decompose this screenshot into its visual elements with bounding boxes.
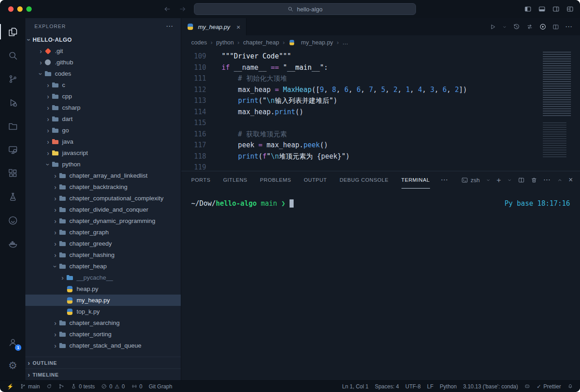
tree-item-chapter-computational-complexity[interactable]: ›chapter_computational_complexity bbox=[25, 193, 181, 204]
status-sync[interactable] bbox=[43, 381, 55, 392]
settings-icon[interactable]: ⚙ bbox=[0, 354, 25, 377]
new-terminal-icon[interactable]: + bbox=[497, 176, 501, 184]
back-icon[interactable] bbox=[163, 5, 171, 13]
maximize-panel-icon[interactable] bbox=[557, 177, 563, 183]
forward-icon[interactable] bbox=[179, 5, 187, 13]
close-panel-icon[interactable]: × bbox=[569, 176, 573, 184]
terminal-more-actions-icon[interactable]: ⋯ bbox=[543, 176, 551, 184]
tab-my-heap-py[interactable]: my_heap.py × bbox=[181, 18, 246, 35]
close-window-button[interactable] bbox=[8, 6, 14, 12]
minimap[interactable] bbox=[543, 49, 576, 171]
tree-item-chapter-heap[interactable]: ›chapter_heap bbox=[25, 261, 181, 272]
tree-item-github[interactable]: ›.github bbox=[25, 57, 181, 68]
panel-tab-ports[interactable]: PORTS bbox=[191, 171, 210, 189]
breadcrumb-item-my-heap-py[interactable]: my_heap.py bbox=[288, 39, 333, 46]
tree-item-c[interactable]: ›c bbox=[25, 79, 181, 91]
tree-item-chapter-array-and-linkedlist[interactable]: ›chapter_array_and_linkedlist bbox=[25, 170, 181, 181]
status-encoding[interactable]: UTF-8 bbox=[402, 381, 424, 392]
project-manager-icon[interactable] bbox=[0, 114, 25, 138]
tree-item-my-heap-py[interactable]: my_heap.py bbox=[25, 295, 181, 306]
search-icon[interactable] bbox=[0, 44, 25, 67]
launch-profile[interactable]: zsh bbox=[461, 177, 479, 184]
tree-item-cpp[interactable]: ›cpp bbox=[25, 91, 181, 102]
customize-layout-icon[interactable] bbox=[566, 5, 574, 13]
extensions-icon[interactable] bbox=[0, 161, 25, 185]
panel-more-tabs-icon[interactable]: ⋯ bbox=[441, 171, 449, 189]
explorer-icon[interactable] bbox=[0, 20, 25, 44]
project-root[interactable]: › HELLO-ALGO bbox=[25, 34, 181, 45]
status-language-mode[interactable]: Python bbox=[437, 381, 460, 392]
minimize-window-button[interactable] bbox=[17, 6, 23, 12]
breadcrumb-item-[interactable]: … bbox=[342, 39, 348, 46]
tree-item-javascript[interactable]: ›javascript bbox=[25, 147, 181, 159]
source-control-icon[interactable] bbox=[0, 67, 25, 91]
status-eol[interactable]: LF bbox=[424, 381, 437, 392]
run-debug-icon[interactable] bbox=[0, 91, 25, 114]
run-python-file-icon[interactable] bbox=[489, 24, 496, 30]
status-cursor-position[interactable]: Ln 1, Col 1 bbox=[339, 381, 372, 392]
tree-item-dart[interactable]: ›dart bbox=[25, 113, 181, 125]
toggle-secondary-sidebar-icon[interactable] bbox=[552, 5, 560, 13]
panel-tab-problems[interactable]: PROBLEMS bbox=[260, 171, 291, 189]
testing-icon[interactable] bbox=[0, 185, 25, 208]
docker-icon[interactable] bbox=[0, 232, 25, 256]
breadcrumb-item-codes[interactable]: codes bbox=[191, 39, 207, 46]
status-git-graph-view[interactable] bbox=[55, 381, 68, 392]
open-changes-icon[interactable] bbox=[526, 23, 533, 30]
toggle-primary-sidebar-icon[interactable] bbox=[524, 5, 532, 13]
split-terminal-icon[interactable] bbox=[518, 177, 525, 184]
tree-item-chapter-divide-and-conquer[interactable]: ›chapter_divide_and_conquer bbox=[25, 204, 181, 215]
tree-item-chapter-backtracking[interactable]: ›chapter_backtracking bbox=[25, 181, 181, 193]
toggle-panel-icon[interactable] bbox=[538, 5, 546, 13]
status-branch[interactable]: main bbox=[17, 381, 43, 392]
status-notifications[interactable] bbox=[564, 381, 576, 392]
zoom-window-button[interactable] bbox=[26, 6, 32, 12]
tree-item-chapter-sorting[interactable]: ›chapter_sorting bbox=[25, 329, 181, 340]
command-center-search[interactable]: hello-algo bbox=[194, 3, 416, 15]
views-and-more-actions-icon[interactable]: ⋯ bbox=[166, 23, 174, 30]
kill-terminal-icon[interactable] bbox=[531, 177, 537, 184]
panel-tab-gitlens[interactable]: GITLENS bbox=[223, 171, 247, 189]
close-tab-icon[interactable]: × bbox=[237, 23, 241, 31]
status-tests[interactable]: 0 tests bbox=[68, 381, 98, 392]
accounts-icon[interactable]: 1 bbox=[0, 330, 25, 354]
tree-item-top-k-py[interactable]: top_k.py bbox=[25, 306, 181, 317]
launch-profile-chevron-icon[interactable] bbox=[486, 178, 491, 183]
timeline-history-icon[interactable] bbox=[513, 23, 520, 30]
run-or-debug-icon[interactable] bbox=[539, 23, 546, 30]
status-remote[interactable]: ⚡ bbox=[4, 381, 17, 392]
tree-item-chapter-hashing[interactable]: ›chapter_hashing bbox=[25, 249, 181, 261]
panel-tab-output[interactable]: OUTPUT bbox=[304, 171, 327, 189]
section-outline[interactable]: ›OUTLINE bbox=[25, 357, 181, 368]
status-git-graph-button[interactable]: Git Graph bbox=[145, 381, 175, 392]
terminal[interactable]: ~/Dow/hello-algo main ❯ Py base 18:17:16 bbox=[181, 189, 580, 380]
status-ports[interactable]: 0 bbox=[128, 381, 146, 392]
status-prettier[interactable]: ✓Prettier bbox=[533, 381, 564, 392]
breadcrumb-item-python[interactable]: python bbox=[216, 39, 234, 46]
tree-item-chapter-greedy[interactable]: ›chapter_greedy bbox=[25, 238, 181, 249]
status-copilot[interactable] bbox=[521, 381, 533, 392]
tree-item-git[interactable]: ›.git bbox=[25, 45, 181, 57]
tree-item-chapter-stack-and-queue[interactable]: ›chapter_stack_and_queue bbox=[25, 340, 181, 351]
github-icon[interactable] bbox=[0, 208, 25, 232]
breadcrumb-item-chapter-heap[interactable]: chapter_heap bbox=[243, 39, 279, 46]
tree-item-heap-py[interactable]: heap.py bbox=[25, 283, 181, 295]
run-options-icon[interactable] bbox=[502, 24, 507, 29]
tree-item-python[interactable]: ›python bbox=[25, 159, 181, 170]
panel-tab-terminal[interactable]: TERMINAL bbox=[401, 171, 430, 189]
new-terminal-chevron-icon[interactable] bbox=[507, 178, 512, 183]
tree-item-go[interactable]: ›go bbox=[25, 125, 181, 136]
status-indentation[interactable]: Spaces: 4 bbox=[372, 381, 402, 392]
tree-item-csharp[interactable]: ›csharp bbox=[25, 102, 181, 113]
tree-item-chapter-searching[interactable]: ›chapter_searching bbox=[25, 317, 181, 329]
more-actions-icon[interactable]: ⋯ bbox=[565, 23, 573, 30]
tree-item-java[interactable]: ›java bbox=[25, 136, 181, 147]
tree-item-codes[interactable]: ›codes bbox=[25, 68, 181, 79]
tree-item-chapter-graph[interactable]: ›chapter_graph bbox=[25, 227, 181, 238]
status-python-interpreter[interactable]: 3.10.13 ('base': conda) bbox=[460, 381, 521, 392]
panel-tab-debug-console[interactable]: DEBUG CONSOLE bbox=[339, 171, 388, 189]
tree-item-pycache[interactable]: ›__pycache__ bbox=[25, 272, 181, 283]
code-editor[interactable]: 109"""Driver Code"""110if __name__ == "_… bbox=[181, 49, 580, 171]
remote-explorer-icon[interactable] bbox=[0, 138, 25, 161]
split-editor-icon[interactable] bbox=[552, 24, 559, 30]
